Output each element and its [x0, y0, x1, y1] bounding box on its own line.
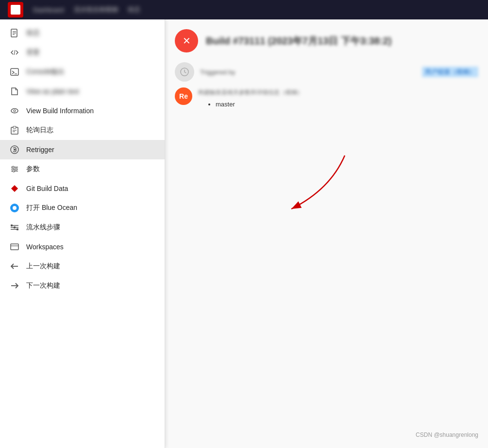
doc-icon	[10, 28, 19, 38]
sidebar-item-log-label: 轮询日志	[26, 126, 53, 135]
params-icon	[10, 164, 19, 174]
retrigger-icon	[10, 145, 19, 155]
sidebar-item-workspaces-label: Workspaces	[26, 243, 64, 251]
sidebar: 状态 变更 Console输出	[0, 19, 165, 448]
pipeline-icon	[10, 223, 19, 232]
svg-rect-29	[17, 228, 18, 230]
sidebar-item-changes-label: 变更	[26, 48, 40, 57]
sidebar-item-git-label: Git Build Data	[26, 185, 68, 192]
arrow-annotation	[252, 151, 359, 221]
header-nav: Dashboard 流水线名称模糊 状态	[33, 5, 140, 14]
sidebar-item-pipeline[interactable]: 流水线步骤	[0, 218, 165, 237]
sidebar-item-params[interactable]: 参数	[0, 159, 165, 179]
logo-inner	[11, 5, 20, 15]
terminal-icon	[10, 67, 19, 77]
main-container: 状态 变更 Console输出	[0, 19, 488, 448]
sidebar-item-view-plain[interactable]: View as plain text	[0, 82, 165, 101]
build-title: Build #73111 (2023年7月13日 下午3:38:2)	[206, 34, 391, 48]
sidebar-item-blue-ocean[interactable]: 打开 Blue Ocean	[0, 198, 165, 218]
sidebar-item-status[interactable]: 状态	[0, 23, 165, 43]
sidebar-item-view-build-label: View Build Information	[26, 107, 94, 115]
sidebar-item-params-label: 参数	[26, 165, 40, 173]
triggered-by-link[interactable]: 用户链接（模糊）	[422, 67, 478, 77]
commit-detail: 构建触发器相关参数和详细信息（模糊）	[198, 88, 478, 97]
sidebar-item-retrigger-label: Retrigger	[26, 146, 54, 154]
svg-line-4	[14, 50, 15, 55]
svg-point-7	[11, 109, 18, 113]
sidebar-item-prev-build-label: 上一次构建	[26, 262, 60, 271]
code-icon	[10, 48, 19, 57]
sidebar-item-blue-ocean-label: 打开 Blue Ocean	[26, 204, 77, 212]
nav-pipeline[interactable]: 流水线名称模糊	[74, 5, 118, 14]
svg-point-8	[14, 110, 16, 112]
build-header: ✕ Build #73111 (2023年7月13日 下午3:38:2)	[175, 29, 478, 52]
trigger-icon	[175, 62, 194, 82]
commit-row: Re 构建触发器相关参数和详细信息（模糊） master	[175, 87, 478, 108]
sidebar-item-retrigger[interactable]: Retrigger	[0, 140, 165, 159]
sidebar-item-changes[interactable]: 变更	[0, 43, 165, 62]
triggered-by-row: Triggered by 用户链接（模糊）	[175, 62, 478, 82]
svg-point-23	[13, 206, 17, 210]
commit-text-block: 构建触发器相关参数和详细信息（模糊） master	[198, 87, 478, 108]
clipboard-icon	[10, 125, 19, 135]
sidebar-item-next-build-label: 下一次构建	[26, 281, 60, 290]
triggered-by-text: Triggered by	[200, 69, 416, 76]
logo	[8, 2, 23, 17]
sidebar-item-console-label: Console输出	[26, 68, 65, 76]
avatar-letter: Re	[179, 92, 188, 100]
next-arrow-icon	[10, 281, 19, 291]
svg-rect-27	[11, 224, 13, 226]
workspace-icon	[10, 242, 19, 252]
blue-ocean-icon	[10, 203, 19, 213]
commit-avatar: Re	[175, 87, 192, 105]
svg-rect-21	[11, 185, 18, 192]
sidebar-item-console[interactable]: Console输出	[0, 62, 165, 82]
nav-dashboard[interactable]: Dashboard	[33, 6, 64, 14]
sidebar-item-view-build[interactable]: View Build Information	[0, 101, 165, 121]
sidebar-item-workspaces[interactable]: Workspaces	[0, 237, 165, 257]
app-header: Dashboard 流水线名称模糊 状态	[0, 0, 488, 19]
sidebar-item-git[interactable]: Git Build Data	[0, 179, 165, 198]
watermark: CSDN @shuangrenlong	[416, 431, 478, 438]
git-icon	[10, 184, 19, 193]
svg-point-14	[14, 149, 16, 151]
nav-status[interactable]: 状态	[128, 5, 140, 14]
file-icon	[10, 86, 19, 96]
build-status-icon: ✕	[175, 29, 198, 52]
sidebar-item-log[interactable]: 轮询日志	[0, 121, 165, 140]
main-content: ✕ Build #73111 (2023年7月13日 下午3:38:2) Tri…	[165, 19, 488, 448]
branch-item: master	[216, 101, 478, 108]
svg-point-20	[13, 170, 15, 172]
svg-point-18	[12, 166, 14, 168]
sidebar-item-prev-build[interactable]: 上一次构建	[0, 257, 165, 276]
svg-point-19	[15, 168, 17, 170]
prev-arrow-icon	[10, 261, 19, 271]
sidebar-item-status-label: 状态	[26, 29, 40, 37]
branch-list: master	[208, 101, 478, 108]
svg-rect-10	[13, 126, 16, 128]
eye-icon	[10, 106, 19, 116]
svg-rect-28	[14, 226, 16, 228]
svg-rect-30	[11, 244, 18, 250]
sidebar-item-view-plain-label: View as plain text	[26, 87, 79, 95]
sidebar-item-next-build[interactable]: 下一次构建	[0, 276, 165, 295]
svg-rect-5	[11, 69, 18, 75]
sidebar-item-pipeline-label: 流水线步骤	[26, 223, 60, 232]
